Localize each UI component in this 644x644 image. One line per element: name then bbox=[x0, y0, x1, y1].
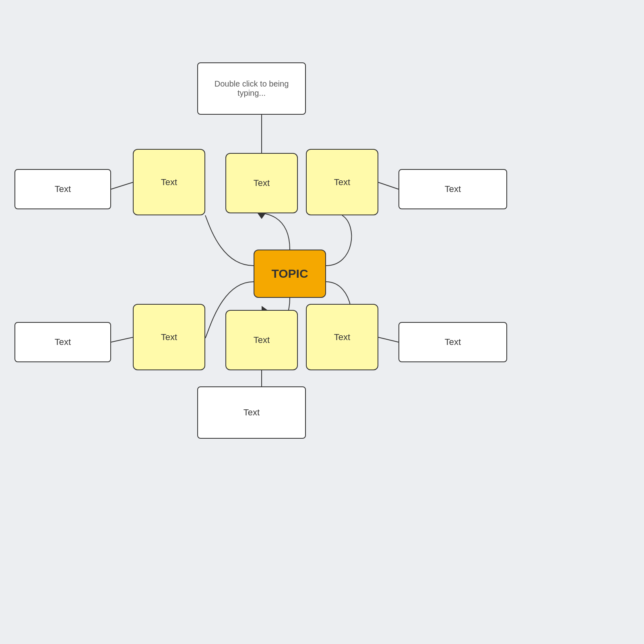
right-lower-yellow-node[interactable]: Text bbox=[306, 304, 378, 370]
right-upper-white-node[interactable]: Text bbox=[398, 169, 507, 209]
bottom-center-label: Text bbox=[254, 335, 270, 345]
right-lower-white-node[interactable]: Text bbox=[398, 322, 507, 362]
svg-line-5 bbox=[378, 182, 398, 189]
left-lower-yellow-label: Text bbox=[161, 332, 177, 343]
top-text-box-label: Double click to being typing... bbox=[202, 79, 301, 98]
svg-line-4 bbox=[111, 182, 133, 189]
bottom-text-box-label: Text bbox=[244, 407, 260, 418]
bottom-text-box[interactable]: Text bbox=[197, 386, 306, 439]
right-lower-white-label: Text bbox=[445, 337, 461, 347]
left-lower-white-label: Text bbox=[55, 337, 71, 347]
left-upper-yellow-label: Text bbox=[161, 177, 177, 188]
left-upper-yellow-node[interactable]: Text bbox=[133, 149, 205, 215]
top-center-node[interactable]: Text bbox=[225, 153, 298, 213]
topic-label: TOPIC bbox=[271, 267, 308, 281]
topic-node[interactable]: TOPIC bbox=[254, 250, 326, 298]
right-upper-white-label: Text bbox=[445, 184, 461, 194]
svg-line-6 bbox=[111, 337, 133, 342]
left-upper-white-label: Text bbox=[55, 184, 71, 194]
left-lower-white-node[interactable]: Text bbox=[14, 322, 111, 362]
top-text-box[interactable]: Double click to being typing... bbox=[197, 62, 306, 115]
right-upper-yellow-node[interactable]: Text bbox=[306, 149, 378, 215]
left-lower-yellow-node[interactable]: Text bbox=[133, 304, 205, 370]
diagram-canvas: TOPIC Text Double click to being typing.… bbox=[0, 0, 644, 644]
left-upper-white-node[interactable]: Text bbox=[14, 169, 111, 209]
top-center-label: Text bbox=[254, 178, 270, 188]
right-lower-yellow-label: Text bbox=[334, 332, 350, 343]
right-upper-yellow-label: Text bbox=[334, 177, 350, 188]
svg-line-7 bbox=[378, 337, 398, 342]
bottom-center-node[interactable]: Text bbox=[225, 310, 298, 370]
